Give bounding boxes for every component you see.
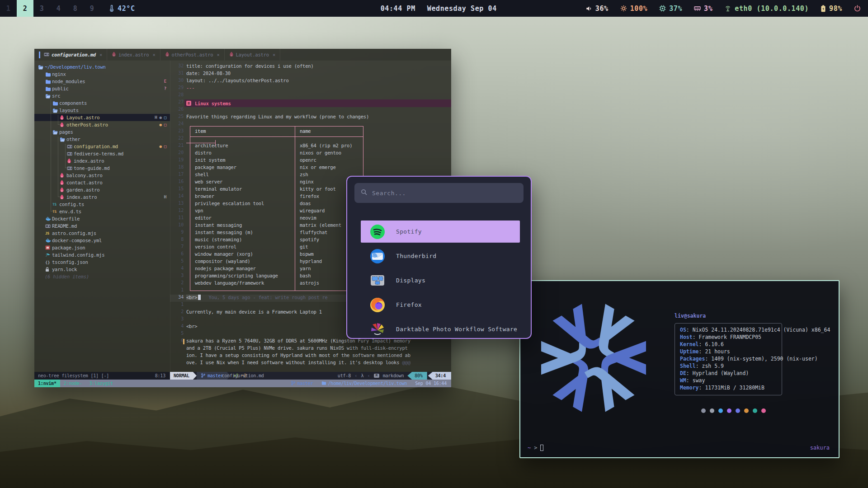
svg-text:JS: JS — [45, 231, 49, 235]
tree-item-tone-guide.md[interactable]: tone-guide.md — [34, 164, 170, 172]
tree-item-label: fediverse-terms.md — [74, 151, 123, 156]
launcher-item-displays[interactable]: Displays — [361, 269, 520, 291]
terminal-badge: sakura — [810, 445, 830, 451]
os-icon: λ — [361, 373, 363, 378]
tmux-datetime: Sep 04 16:44 — [415, 381, 447, 386]
battery-icon — [821, 5, 826, 12]
volume-module[interactable]: 36% — [585, 5, 609, 13]
workspace-button-8[interactable]: 8 — [67, 0, 84, 17]
launcher-search-input[interactable]: Search... — [354, 183, 524, 203]
launcher-item-label: Thunderbird — [396, 253, 436, 259]
launcher-item-spotify[interactable]: Spotify — [361, 221, 520, 243]
buffer-line: ove. I use Nix when I need software with… — [170, 360, 451, 367]
cpu-module[interactable]: 37% — [659, 5, 682, 13]
svg-text:TS: TS — [52, 202, 57, 206]
tree-item-pages[interactable]: pages — [34, 128, 170, 136]
editor-tab-index.astro[interactable]: index.astro× — [107, 49, 160, 61]
line-number: 14 — [170, 193, 184, 198]
tree-item-other[interactable]: other — [34, 136, 170, 143]
tree-item-node-modules[interactable]: node_modulesE — [34, 78, 170, 85]
network-module[interactable]: eth0 (10.0.0.140) — [724, 5, 809, 13]
tree-item-README.md[interactable]: README.md — [34, 222, 170, 230]
tree-item-label: public — [52, 86, 69, 91]
tree-item-badges: E — [164, 78, 166, 85]
line-number: 34 — [170, 295, 184, 300]
workspace-button-2[interactable]: 2 — [17, 0, 33, 17]
tree-item-Dockerfile[interactable]: Dockerfile — [34, 215, 170, 222]
temperature-module: 42°C — [108, 0, 135, 17]
tree-item-astro.config.mjs[interactable]: JSastro.config.mjs — [34, 230, 170, 237]
terminal-window-fastfetch[interactable]: λλλλλλ liv@sakura OS: NixOS 24.11.202408… — [519, 280, 840, 458]
tree-item-env.d.ts[interactable]: TSenv.d.ts — [34, 208, 170, 215]
lock-icon — [45, 267, 49, 272]
shell-prompt[interactable]: ~ > — [528, 445, 543, 451]
line-text: ove. I use Nix when I need software with… — [186, 360, 410, 365]
memory-module[interactable]: 3% — [694, 5, 712, 13]
line-number: 17 — [170, 172, 184, 177]
thermometer-icon — [108, 5, 114, 12]
tree-item-label: balcony.astro — [66, 173, 103, 178]
tab-close-icon[interactable]: × — [273, 52, 275, 57]
launcher-item-darktable-photo-workflow-software[interactable]: Darktable Photo Workflow Software — [361, 318, 520, 339]
temperature-value: 42°C — [118, 5, 135, 13]
tree-item-index.astro[interactable]: index.astro — [34, 157, 170, 164]
tree-item-package.json[interactable]: package.json — [34, 244, 170, 251]
tree-item-config.ts[interactable]: TSconfig.ts — [34, 201, 170, 208]
workspace-button-1[interactable]: 1 — [0, 0, 17, 17]
workspace-button-4[interactable]: 4 — [50, 0, 67, 17]
buffer-line: and a 2TB (Crucial P5 Plus) NVMe drive. … — [170, 345, 451, 352]
tree-item-index.astro[interactable]: index.astroH — [34, 193, 170, 201]
line-number: 9 — [170, 230, 184, 235]
tree-item-otherPost.astro[interactable]: otherPost.astro●□ — [34, 121, 170, 128]
table-separator-tick — [215, 140, 216, 146]
tree-item-balcony.astro[interactable]: balcony.astro — [34, 172, 170, 179]
tree-item-tailwind.config.mjs[interactable]: tailwind.config.mjs — [34, 251, 170, 258]
editor-tab-otherPost.astro[interactable]: otherPost.astro× — [160, 49, 225, 61]
bufferline: configuration.md×index.astro×otherPost.a… — [34, 49, 451, 61]
tree-item--6-hidden-items-[interactable]: (6 hidden items) — [34, 273, 170, 280]
editor-tab-configuration.md[interactable]: configuration.md× — [34, 49, 107, 61]
tab-close-icon[interactable]: × — [217, 52, 219, 57]
tmux-window-2-node-[interactable]: 2:node- — [60, 380, 86, 387]
tree-item-~-Development-liv.town[interactable]: ~/Development/liv.town — [34, 63, 170, 70]
tree-item-tsconfig.json[interactable]: {}tsconfig.json — [34, 258, 170, 266]
line-number: 30 — [170, 78, 184, 83]
docker-whale-icon — [45, 216, 51, 221]
workspace-button-9[interactable]: 9 — [84, 0, 100, 17]
workspace-button-3[interactable]: 3 — [33, 0, 50, 17]
tree-item-Layout.astro[interactable]: Layout.astroH●□ — [34, 114, 170, 121]
brightness-module[interactable]: 100% — [620, 5, 648, 13]
tree-item-garden.astro[interactable]: garden.astro — [34, 186, 170, 193]
markdown-file-icon — [45, 224, 51, 228]
network-value: eth0 (10.0.0.140) — [735, 5, 809, 13]
tab-close-icon[interactable]: × — [152, 52, 155, 57]
tab-label: otherPost.astro — [172, 52, 213, 57]
tree-item-components[interactable]: components — [34, 99, 170, 107]
battery-module[interactable]: 98% — [821, 5, 842, 13]
line-number: 24 — [170, 121, 184, 126]
line-number: 3 — [170, 273, 184, 278]
branch-icon — [201, 373, 205, 379]
launcher-item-thunderbird[interactable]: Thunderbird — [361, 245, 520, 267]
tree-item-public[interactable]: public? — [34, 85, 170, 92]
editor-tab-Layout.astro[interactable]: Layout.astro× — [225, 49, 281, 61]
line-number: 6 — [170, 251, 184, 256]
tree-item-layouts[interactable]: layouts — [34, 107, 170, 114]
tree-item-badges: H●□ — [155, 114, 166, 121]
tree-item-yarn.lock[interactable]: yarn.lock — [34, 266, 170, 273]
tree-item-configuration.md[interactable]: configuration.md●□ — [34, 143, 170, 150]
power-button[interactable] — [854, 5, 861, 12]
tree-item-contact.astro[interactable]: contact.astro — [34, 179, 170, 186]
tree-item-fediverse-terms.md[interactable]: fediverse-terms.md — [34, 150, 170, 157]
folder-open-icon — [52, 130, 58, 135]
tree-item-docker-compose.yml[interactable]: docker-compose.yml — [34, 237, 170, 244]
tree-item-nginx[interactable]: nginx — [34, 70, 170, 78]
launcher-item-firefox[interactable]: Firefox — [361, 294, 520, 316]
buffer-line: 25Favorite things regarding Linux and my… — [170, 114, 451, 121]
tab-close-icon[interactable]: × — [99, 52, 102, 57]
tmux-window-3-lazygit[interactable]: 3:lazygit — [86, 380, 117, 387]
tmux-window-1-nvim-[interactable]: 1:nvim* — [34, 380, 60, 387]
astro-file-icon — [229, 52, 234, 57]
tree-item-src[interactable]: src — [34, 92, 170, 99]
line-number: 10 — [170, 222, 184, 227]
